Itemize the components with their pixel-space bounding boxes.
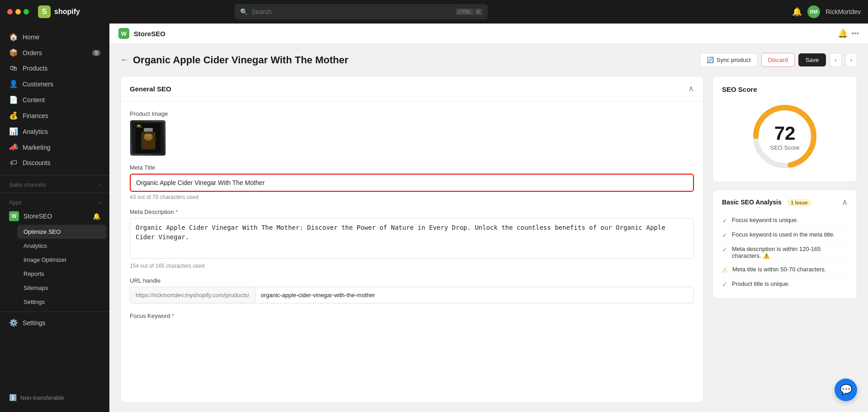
score-ring: 72 SEO Score [749,100,821,173]
url-handle-label: URL handle [130,277,694,284]
svg-rect-8 [146,137,151,137]
meta-description-group: Meta Description * 154 out of 165 charac… [130,208,694,269]
meta-title-label: Meta Title [130,164,694,171]
sidebar-item-reports[interactable]: Reports [17,267,107,281]
storeseo-bell-icon[interactable]: 🔔 [93,213,100,220]
url-handle-input[interactable] [255,287,693,303]
analysis-collapse-icon[interactable]: ∧ [842,197,848,207]
analysis-title: Basic SEO Analysis [722,199,782,206]
traffic-light-red[interactable] [7,9,13,14]
finances-icon: 💰 [9,111,18,120]
sidebar-item-label: Orders [23,49,42,57]
warn-icon: ⚠ [722,266,728,274]
next-button[interactable]: › [845,53,857,67]
shopify-logo: S shopify [38,5,80,18]
sidebar-item-orders[interactable]: 📦 Orders 9 [3,45,107,61]
app-header-more-icon[interactable]: ••• [851,29,859,38]
products-icon: 🛍 [9,64,18,72]
sidebar-sub-item-label: Analytics [24,242,47,249]
sidebar-item-customers[interactable]: 👤 Customers [3,76,107,92]
shopify-logo-text: shopify [54,8,80,16]
sidebar-item-discounts[interactable]: 🏷 Discounts [3,155,107,170]
traffic-light-green[interactable] [24,9,29,14]
traffic-lights [7,9,29,14]
sidebar-item-analytics-sub[interactable]: Analytics [17,239,107,253]
sidebar-item-optimize-seo[interactable]: Optimize SEO [17,225,107,239]
analysis-item-1: ✓ Focus keyword is unique. [722,213,848,228]
sidebar-sub-item-label: Sitemaps [24,284,48,291]
sidebar-bottom: ℹ️ Non-transferable [0,387,109,408]
sales-channels-label: Sales channels › [0,178,109,190]
sidebar-item-analytics[interactable]: 📊 Analytics [3,123,107,139]
sidebar-item-content[interactable]: 📄 Content [3,92,107,108]
focus-keyword-label: Focus Keyword * [130,312,694,320]
sync-product-button[interactable]: 🔄 Sync product [700,53,758,67]
sidebar-sub-item-label: Reports [24,270,44,277]
back-button[interactable]: ← [120,55,128,65]
check-icon: ✓ [722,232,727,239]
content-area: W StoreSEO 🔔 ••• ← Organic Apple Cider V… [109,24,868,412]
general-seo-panel: General SEO ∧ Product Image [120,76,703,403]
seo-score-title: SEO Score [722,85,757,93]
analysis-item-5: ✓ Product title is unique. [722,277,848,291]
prev-button[interactable]: ‹ [830,53,841,67]
sidebar-item-label: Content [23,96,45,104]
sidebar-item-image-optimizer[interactable]: Image Optimizer [17,253,107,267]
analysis-item-3: ✓ Meta description is within 120-165 cha… [722,242,848,263]
marketing-icon: 📣 [9,143,18,152]
sidebar-item-finances[interactable]: 💰 Finances [3,108,107,123]
apps-expand-icon[interactable]: › [99,199,100,206]
topbar: S shopify 🔍 CTRL K 🔔 RM RickMortdev [0,0,868,24]
check-icon: ✓ [722,217,727,224]
discard-button[interactable]: Discard [761,53,795,67]
page-title: Organic Apple Cider Vinegar With The Mot… [133,54,700,66]
sidebar-item-settings-sub[interactable]: Settings [17,295,107,309]
seo-analysis-card: Basic SEO Analysis 1 Issue ∧ ✓ Focus key… [712,189,857,299]
discounts-icon: 🏷 [9,159,18,167]
product-image-svg: Diluted [136,123,160,153]
traffic-light-yellow[interactable] [15,9,21,14]
meta-title-char-count: 43 out of 70 characters used [130,194,694,200]
app-logo: W [118,28,129,39]
product-image-group: Product Image Diluted [130,110,694,156]
save-button[interactable]: Save [798,53,826,66]
meta-title-input[interactable] [130,174,694,192]
sidebar-item-home[interactable]: 🏠 Home [3,29,107,45]
topbar-right: 🔔 RM RickMortdev [792,5,861,18]
url-handle-group: URL handle https://rickmortdev.myshopify… [130,277,694,303]
url-prefix: https://rickmortdev.myshopify.com/produc… [130,287,255,303]
svg-rect-3 [144,128,153,132]
sidebar-sub-item-label: Image Optimizer [24,256,66,263]
analysis-title-group: Basic SEO Analysis 1 Issue [722,198,811,206]
apps-label: Apps › [0,196,109,208]
search-bar[interactable]: 🔍 CTRL K [235,4,488,19]
sidebar-item-storeseo[interactable]: W StoreSEO 🔔 [3,208,107,225]
issue-badge: 1 Issue [787,199,811,206]
info-icon: ℹ️ [9,394,17,401]
app-header-bell-icon[interactable]: 🔔 [838,28,848,38]
sales-channels-expand-icon[interactable]: › [99,182,100,188]
app-header: W StoreSEO 🔔 ••• [109,24,868,44]
sidebar-item-label: StoreSEO [24,213,52,220]
notification-bell-icon[interactable]: 🔔 [792,7,802,17]
url-handle-container: https://rickmortdev.myshopify.com/produc… [130,287,694,303]
check-icon: ✓ [722,281,727,288]
sidebar: 🏠 Home 📦 Orders 9 🛍 Products 👤 Customers… [0,24,109,412]
chat-button[interactable]: 💬 [835,379,857,401]
analysis-item-4: ⚠ Meta title is within 50-70 characters. [722,263,848,277]
analysis-text: Meta description is within 120-165 chara… [732,246,848,259]
page-title-row: ← Organic Apple Cider Vinegar With The M… [120,53,857,67]
search-input[interactable] [251,8,452,15]
non-transferable: ℹ️ Non-transferable [3,390,107,405]
sidebar-item-products[interactable]: 🛍 Products [3,61,107,76]
sidebar-item-sitemaps[interactable]: Sitemaps [17,281,107,295]
chat-icon: 💬 [840,384,852,396]
sidebar-item-marketing[interactable]: 📣 Marketing [3,139,107,155]
meta-description-input[interactable] [130,218,694,259]
sidebar-sub-item-label: Optimize SEO [24,228,61,235]
orders-badge: 9 [92,50,100,56]
panel-collapse-icon[interactable]: ∧ [688,84,694,94]
sidebar-item-settings[interactable]: ⚙️ Settings [3,315,107,331]
product-image: Diluted [130,120,166,156]
avatar: RM [807,5,820,18]
